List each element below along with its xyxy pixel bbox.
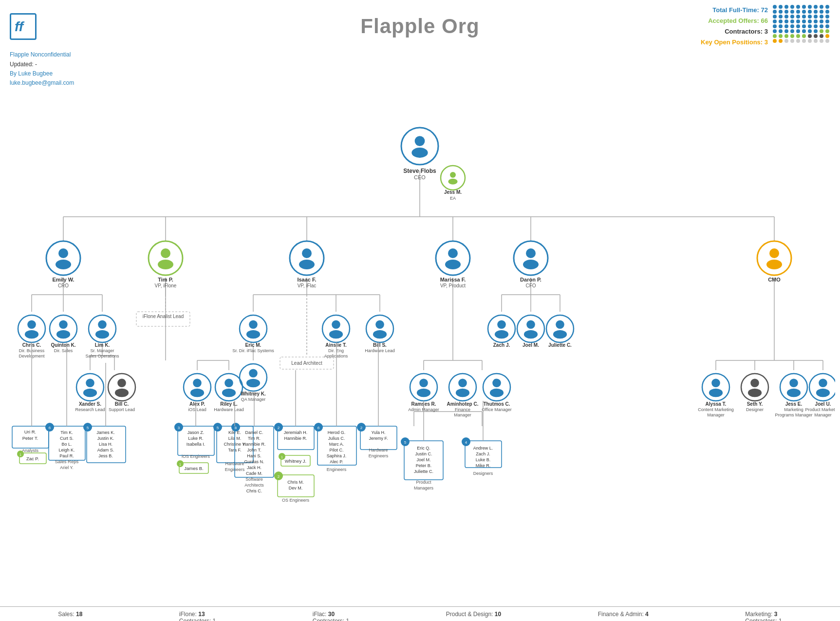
svg-text:Research Lead: Research Lead [75, 407, 105, 412]
stat-accepted: Accepted Offers: 66 [701, 16, 768, 26]
svg-text:Isaac F.: Isaac F. [297, 277, 316, 282]
svg-text:Pilot C.: Pilot C. [329, 448, 343, 452]
svg-text:1: 1 [281, 455, 283, 459]
updated: Updated: - [10, 60, 830, 69]
svg-text:Joel U.: Joel U. [815, 401, 831, 407]
svg-text:Hannibie R.: Hannibie R. [243, 442, 265, 447]
svg-text:Applications: Applications [324, 354, 348, 358]
svg-text:Jeremy F.: Jeremy F. [369, 436, 388, 441]
svg-text:CEO: CEO [414, 174, 426, 180]
svg-text:Adam S.: Adam S. [97, 448, 114, 452]
svg-text:Support Lead: Support Lead [109, 407, 135, 412]
svg-text:3: 3 [178, 426, 180, 430]
svg-text:1: 1 [19, 453, 21, 456]
logo-box: ff [10, 13, 37, 40]
svg-text:Seth Y.: Seth Y. [747, 401, 763, 407]
svg-text:Mike R.: Mike R. [476, 463, 491, 468]
svg-text:Dir. Eng: Dir. Eng [328, 348, 344, 353]
footer-item: iFlac: 30Contractors: 1 [313, 611, 349, 621]
svg-text:Bill C.: Bill C. [115, 401, 129, 407]
svg-text:Bill S.: Bill S. [373, 342, 387, 348]
svg-text:2: 2 [360, 426, 363, 430]
svg-text:iFlone Analist Lead: iFlone Analist Lead [143, 314, 184, 319]
svg-text:VP, iFlone: VP, iFlone [155, 283, 177, 288]
svg-text:Engineers: Engineers [327, 467, 347, 472]
svg-text:5: 5 [87, 426, 89, 430]
svg-text:EA: EA [450, 196, 456, 201]
svg-text:Jess M.: Jess M. [444, 189, 462, 195]
svg-text:Justin K.: Justin K. [97, 436, 114, 441]
svg-text:Daron P.: Daron P. [520, 277, 541, 282]
stats-area: Total Full-Time: 72 Accepted Offers: 66 … [701, 5, 830, 48]
svg-text:8: 8 [235, 426, 237, 430]
svg-text:Zach J.: Zach J. [493, 342, 510, 348]
svg-text:Eric Q.: Eric Q. [417, 446, 430, 451]
svg-text:Eric M.: Eric M. [245, 342, 261, 348]
svg-text:CFO: CFO [525, 283, 536, 288]
page-title: Flapple Org [360, 15, 479, 38]
svg-text:Marketing: Marketing [784, 407, 803, 412]
svg-text:Aminhotep C.: Aminhotep C. [447, 401, 479, 407]
svg-text:Justin C.: Justin C. [415, 452, 432, 456]
svg-text:Daniel C.: Daniel C. [245, 430, 263, 435]
svg-text:Joel M.: Joel M. [523, 342, 539, 348]
svg-text:6: 6 [49, 426, 51, 430]
svg-text:QA Manager: QA Manager [241, 397, 266, 402]
svg-text:Jason Z.: Jason Z. [187, 430, 205, 435]
svg-text:Dir. Sales: Dir. Sales [54, 348, 73, 353]
header: ff Flapple Org Total Full-Time: 72 Accep… [0, 0, 840, 48]
svg-text:Engineers: Engineers [369, 453, 389, 458]
svg-text:Thutmos C.: Thutmos C. [484, 401, 510, 407]
svg-text:Jess B.: Jess B. [98, 453, 113, 458]
svg-text:Herod G.: Herod G. [328, 430, 346, 435]
logo-area: ff [10, 13, 37, 40]
by-author: By Luke Bugbee [10, 69, 830, 78]
svg-text:Designer: Designer [746, 407, 764, 412]
svg-text:John T.: John T. [247, 448, 261, 452]
svg-text:Peter T.: Peter T. [22, 435, 38, 441]
svg-text:Andrew L.: Andrew L. [473, 446, 493, 451]
footer-item: Sales: 18 [58, 611, 82, 621]
svg-text:Managers: Managers [414, 486, 434, 490]
svg-text:2: 2 [278, 426, 280, 430]
svg-text:Content Marketing: Content Marketing [698, 407, 734, 412]
svg-text:Jeremiah H.: Jeremiah H. [284, 430, 308, 435]
svg-text:Paul R.: Paul R. [59, 453, 74, 458]
svg-text:Curt S.: Curt S. [60, 436, 74, 441]
svg-text:Zach J.: Zach J. [476, 452, 490, 456]
svg-text:Product Marketing: Product Marketing [805, 407, 835, 412]
svg-text:Tim R.: Tim R. [248, 436, 261, 441]
svg-text:VP, iFlac: VP, iFlac [298, 283, 317, 288]
svg-text:CMO: CMO [768, 277, 781, 282]
svg-text:Sr. Manager: Sr. Manager [90, 348, 114, 353]
svg-text:Office Manager: Office Manager [482, 407, 511, 412]
stats-text: Total Full-Time: 72 Accepted Offers: 66 … [701, 5, 768, 48]
stat-fulltime: Total Full-Time: 72 [701, 5, 768, 16]
svg-text:Julius C.: Julius C. [328, 436, 345, 441]
svg-text:Alex P.: Alex P. [189, 401, 205, 407]
svg-text:Juliette C.: Juliette C. [414, 469, 433, 474]
svg-text:Chris C.: Chris C. [246, 489, 262, 493]
org-chart: Steve Flobs CEO Jess M. EA Emily W. CRO … [5, 90, 835, 602]
svg-text:Uri R.: Uri R. [24, 429, 36, 434]
svg-text:Finance: Finance [455, 407, 470, 412]
svg-text:Isabella I.: Isabella I. [187, 442, 205, 447]
footer-item: iFlone: 13Contractors: 1 [179, 611, 216, 621]
org-chart-svg: Steve Flobs CEO Jess M. EA Emily W. CRO … [5, 90, 835, 606]
svg-text:Steve Flobs: Steve Flobs [403, 168, 436, 174]
svg-text:Emily W.: Emily W. [52, 277, 74, 282]
svg-text:Quinton K.: Quinton K. [51, 342, 75, 348]
svg-text:Sr. Dir. iFlac Systems: Sr. Dir. iFlac Systems [232, 348, 274, 353]
svg-text:Chris M.: Chris M. [287, 480, 304, 485]
svg-text:James B.: James B. [184, 466, 204, 471]
svg-text:Luke B.: Luke B. [476, 457, 491, 462]
svg-text:Bo L.: Bo L. [61, 442, 72, 447]
svg-text:iOS Engineers: iOS Engineers [182, 454, 210, 459]
svg-text:Lead Architect: Lead Architect [291, 360, 322, 366]
svg-text:Ariel Y.: Ariel Y. [60, 465, 74, 470]
svg-text:OS Engineers: OS Engineers [282, 498, 310, 503]
footer: Sales: 18iFlone: 13Contractors: 1iFlac: … [0, 606, 840, 621]
svg-text:Programs Manager: Programs Manager [775, 413, 812, 417]
svg-text:Manager: Manager [454, 413, 471, 417]
svg-text:Hani S.: Hani S. [247, 453, 261, 458]
